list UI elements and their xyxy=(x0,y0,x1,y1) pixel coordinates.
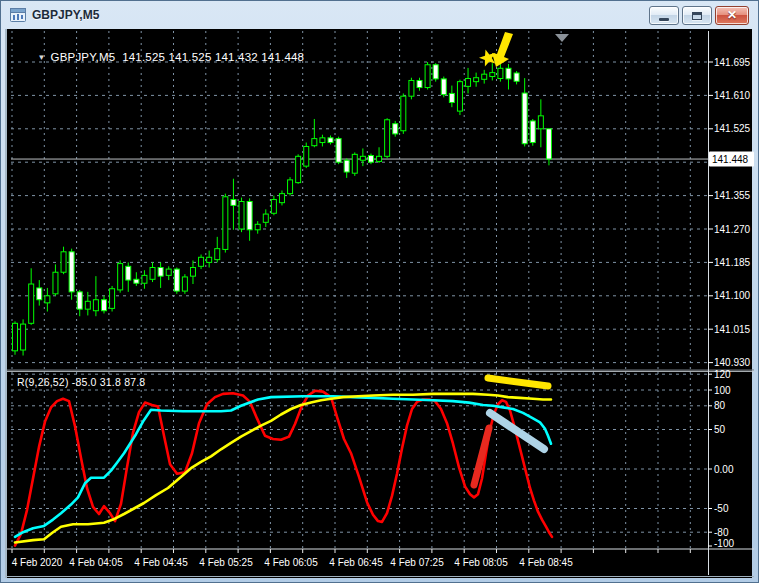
candle-body xyxy=(393,124,398,134)
candle-body xyxy=(514,73,519,81)
candle-body xyxy=(110,289,115,309)
candle-body xyxy=(142,275,147,283)
candle-body xyxy=(134,279,139,283)
candle-body xyxy=(304,146,309,166)
candle-body xyxy=(530,121,535,143)
indicator-line-slow xyxy=(15,394,551,543)
svg-text:141.448: 141.448 xyxy=(712,154,749,165)
svg-text:4 Feb 2020: 4 Feb 2020 xyxy=(12,557,63,568)
candle-body xyxy=(126,266,131,280)
candle-body xyxy=(328,138,333,143)
candle-body xyxy=(231,200,236,206)
candle-body xyxy=(215,249,220,260)
candle-body xyxy=(417,80,422,87)
svg-text:4 Feb 08:05: 4 Feb 08:05 xyxy=(454,557,508,568)
candle-body xyxy=(474,78,479,82)
svg-text:-100: -100 xyxy=(714,538,734,549)
svg-text:120: 120 xyxy=(714,369,731,380)
svg-text:-80: -80 xyxy=(714,527,729,538)
candle-body xyxy=(158,268,163,277)
candle-body xyxy=(255,224,260,230)
mt4-chart-window: GBPJPY,M5 ✕ 141.695141.610141.525141.355… xyxy=(0,0,759,583)
candle-body xyxy=(182,277,187,291)
candle-body xyxy=(466,79,471,87)
minimize-button[interactable] xyxy=(649,6,679,25)
chart-window-icon xyxy=(10,7,26,23)
candle-body xyxy=(385,120,390,157)
candle-body xyxy=(45,296,50,303)
svg-text:-50: -50 xyxy=(714,503,729,514)
indicator-label: R(9,26,52) -85.0 31.8 87.8 xyxy=(17,375,145,389)
stroke-annotation-highlight-blue xyxy=(490,413,544,449)
candle-body xyxy=(207,257,212,262)
svg-text:0.00: 0.00 xyxy=(714,464,734,475)
svg-text:80: 80 xyxy=(714,400,726,411)
svg-text:141.185: 141.185 xyxy=(714,257,751,268)
candle-body xyxy=(546,129,551,159)
candle-body xyxy=(506,68,511,79)
candle-body xyxy=(37,288,42,300)
maximize-icon xyxy=(692,12,702,20)
candle-body xyxy=(271,200,276,214)
candle-body xyxy=(490,73,495,77)
candle-body xyxy=(199,257,204,266)
candle-body xyxy=(279,194,284,203)
candle-body xyxy=(352,154,357,173)
minimize-icon xyxy=(659,18,669,21)
svg-text:4 Feb 05:25: 4 Feb 05:25 xyxy=(199,557,253,568)
candle-body xyxy=(247,201,252,229)
candle-body xyxy=(61,252,66,272)
indicator-line-medium xyxy=(15,396,551,537)
candle-body xyxy=(360,156,365,160)
candle-body xyxy=(223,197,228,250)
candle-body xyxy=(263,214,268,222)
titlebar[interactable]: GBPJPY,M5 ✕ xyxy=(1,1,758,29)
window-controls: ✕ xyxy=(649,6,749,25)
svg-text:141.270: 141.270 xyxy=(714,224,751,235)
candle-body xyxy=(409,80,414,96)
candle-body xyxy=(85,301,90,309)
candle-body xyxy=(433,65,438,79)
candle-body xyxy=(93,300,98,311)
candle-body xyxy=(522,93,527,144)
candle-body xyxy=(150,268,155,280)
close-icon: ✕ xyxy=(727,7,737,24)
candle-body xyxy=(368,156,373,163)
candle-body xyxy=(538,116,543,129)
svg-text:4 Feb 04:45: 4 Feb 04:45 xyxy=(134,557,188,568)
candle-body xyxy=(77,292,82,309)
svg-text:4 Feb 08:45: 4 Feb 08:45 xyxy=(519,557,573,568)
candle-body xyxy=(457,82,462,111)
candle-body xyxy=(53,272,58,294)
candle-body xyxy=(498,68,503,78)
candle-body xyxy=(118,264,123,290)
chart-canvas[interactable]: 141.695141.610141.525141.355141.270141.1… xyxy=(7,29,754,578)
svg-text:4 Feb 04:05: 4 Feb 04:05 xyxy=(69,557,123,568)
chart-client-area: 141.695141.610141.525141.355141.270141.1… xyxy=(5,29,752,578)
candle-body xyxy=(482,74,487,79)
maximize-button[interactable] xyxy=(682,6,712,25)
svg-text:140.930: 140.930 xyxy=(714,357,751,368)
candle-body xyxy=(320,138,325,143)
candle-body xyxy=(449,93,454,102)
chart-shift-marker-icon xyxy=(555,34,569,42)
candle-body xyxy=(21,324,26,350)
window-title: GBPJPY,M5 xyxy=(32,1,99,29)
candle-body xyxy=(174,269,179,291)
close-button[interactable]: ✕ xyxy=(715,6,749,25)
candle-body xyxy=(239,201,244,229)
svg-text:100: 100 xyxy=(714,385,731,396)
svg-text:4 Feb 06:05: 4 Feb 06:05 xyxy=(264,557,318,568)
svg-text:141.355: 141.355 xyxy=(714,190,751,201)
candle-body xyxy=(13,323,18,351)
candle-body xyxy=(401,96,406,131)
candle-body xyxy=(190,268,195,277)
symbol-dropdown-icon[interactable]: ▼ xyxy=(37,53,45,62)
svg-text:4 Feb 07:25: 4 Feb 07:25 xyxy=(390,557,444,568)
ohlc-text: GBPJPY,M5 141.525 141.525 141.432 141.44… xyxy=(51,51,305,63)
candle-body xyxy=(312,139,317,146)
svg-text:4 Feb 06:45: 4 Feb 06:45 xyxy=(329,557,383,568)
svg-text:141.015: 141.015 xyxy=(714,324,751,335)
candle-body xyxy=(425,65,430,88)
candle-body xyxy=(166,269,171,275)
